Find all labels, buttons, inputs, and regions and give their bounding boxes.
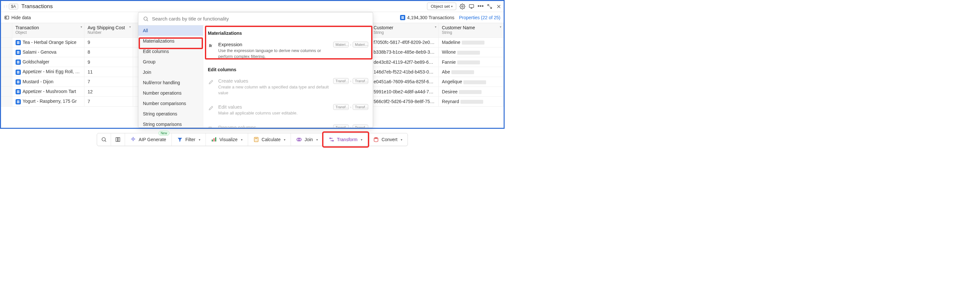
chevron-down-icon[interactable]: ▾ bbox=[500, 25, 501, 29]
chevron-down-icon[interactable]: ▾ bbox=[129, 25, 131, 29]
present-icon[interactable] bbox=[469, 3, 474, 10]
svg-rect-34 bbox=[215, 137, 216, 141]
svg-rect-10 bbox=[17, 52, 19, 53]
cell-customer: e0451a6-7609-495a-825f-6279150 bbox=[370, 77, 438, 86]
book-button[interactable] bbox=[111, 133, 125, 146]
category-item[interactable]: String operations bbox=[138, 109, 203, 119]
search-button[interactable] bbox=[97, 133, 111, 146]
search-input[interactable] bbox=[152, 16, 368, 21]
object-icon bbox=[16, 70, 21, 75]
chevron-down-icon[interactable]: ▾ bbox=[435, 25, 436, 29]
category-item[interactable]: Group bbox=[138, 57, 203, 67]
chevron-down-icon[interactable]: ▾ bbox=[81, 25, 82, 29]
column-header-customer[interactable]: Customer String ▾ bbox=[370, 23, 438, 37]
svg-rect-24 bbox=[17, 101, 19, 101]
transactions-panel: ⋮⋮ $A Transactions Object set ▾ ••• bbox=[0, 0, 504, 129]
rename-icon bbox=[208, 125, 214, 128]
convert-button[interactable]: Convert ▾ bbox=[368, 133, 407, 146]
visualize-button[interactable]: Visualize ▾ bbox=[206, 133, 248, 146]
section-title: Materializations bbox=[208, 30, 368, 36]
svg-rect-18 bbox=[17, 81, 19, 81]
cell-avgship: 7 bbox=[84, 77, 133, 86]
convert-label: Convert bbox=[382, 137, 398, 142]
column-gutter bbox=[1, 23, 12, 37]
object-set-label: Object set bbox=[431, 4, 450, 9]
section-title: Edit columns bbox=[208, 67, 368, 72]
column-header-avgship[interactable]: Avg Shipping Cost Number ▾ bbox=[84, 23, 133, 37]
category-item[interactable]: Number comparisons bbox=[138, 98, 203, 109]
svg-rect-17 bbox=[17, 73, 19, 74]
category-item[interactable]: Join bbox=[138, 67, 203, 77]
cell-transaction: Salami - Genova bbox=[12, 47, 84, 57]
close-icon[interactable] bbox=[496, 3, 502, 10]
row-count-text: 4,194,300 Transactions bbox=[407, 15, 455, 20]
category-item[interactable]: Materializations bbox=[138, 36, 203, 46]
search-icon bbox=[143, 16, 149, 22]
properties-link[interactable]: Properties (22 of 25) bbox=[459, 15, 500, 20]
svg-rect-32 bbox=[212, 139, 213, 141]
chevron-down-icon: ▾ bbox=[316, 138, 318, 141]
svg-rect-13 bbox=[17, 62, 19, 62]
card-title: Expression bbox=[218, 42, 329, 47]
object-icon bbox=[16, 50, 21, 55]
chevron-down-icon: ▾ bbox=[199, 138, 200, 141]
filter-button[interactable]: Filter ▾ bbox=[172, 133, 206, 146]
column-header-transaction[interactable]: Transaction Object ▾ bbox=[12, 23, 84, 37]
tag: Transf… bbox=[353, 78, 368, 84]
cell-customer-name: Madeline bbox=[438, 37, 503, 47]
svg-rect-23 bbox=[17, 93, 19, 93]
header-icon-group: ••• bbox=[460, 3, 502, 10]
object-icon bbox=[16, 59, 21, 65]
svg-rect-21 bbox=[17, 90, 19, 91]
card-desc: Create a new column with a specified dat… bbox=[218, 84, 329, 96]
card-item[interactable]: Create values Create a new column with a… bbox=[208, 75, 368, 101]
category-item[interactable]: All bbox=[138, 26, 203, 36]
row-count: 4,194,300 Transactions bbox=[400, 15, 455, 20]
card-tags: Materi… › Materi… bbox=[333, 42, 368, 48]
svg-point-27 bbox=[144, 17, 148, 21]
redacted-text bbox=[463, 80, 486, 84]
object-set-button[interactable]: Object set ▾ bbox=[427, 3, 456, 10]
transform-button[interactable]: Transform ▾ bbox=[323, 133, 368, 146]
expand-icon[interactable] bbox=[487, 3, 493, 10]
svg-rect-14 bbox=[17, 63, 19, 64]
card-item[interactable]: Edit values Make all applicable columns … bbox=[208, 101, 368, 122]
column-header-customer-name[interactable]: Customer Name String ▾ bbox=[438, 23, 503, 37]
category-item[interactable]: String comparisons bbox=[138, 119, 203, 128]
join-button[interactable]: Join ▾ bbox=[291, 133, 323, 146]
tag: Transf… bbox=[333, 104, 349, 110]
chevron-down-icon: ▾ bbox=[361, 138, 363, 141]
hide-data-button[interactable]: Hide data bbox=[4, 15, 31, 20]
cell-customer-name: Desiree bbox=[438, 86, 503, 96]
category-item[interactable]: Null/error handling bbox=[138, 77, 203, 88]
cell-customer: de43c82-4119-42f7-be89-65b8a3b bbox=[370, 57, 438, 67]
more-icon[interactable]: ••• bbox=[478, 3, 484, 10]
drag-handle-icon[interactable]: ⋮⋮ bbox=[3, 3, 8, 10]
hide-data-label: Hide data bbox=[11, 15, 31, 20]
category-item[interactable]: Number operations bbox=[138, 88, 203, 98]
svg-point-31 bbox=[102, 137, 105, 141]
tag: Transf… bbox=[353, 104, 368, 110]
pencil-icon bbox=[208, 79, 214, 85]
category-item[interactable]: Edit columns bbox=[138, 46, 203, 57]
chevron-down-icon: ▾ bbox=[241, 138, 243, 141]
gear-icon[interactable] bbox=[460, 3, 465, 10]
svg-rect-4 bbox=[401, 17, 404, 18]
tag: Transf… bbox=[333, 125, 349, 128]
svg-point-42 bbox=[257, 141, 258, 141]
aip-generate-button[interactable]: AIP Generate New bbox=[125, 133, 172, 146]
aip-label: AIP Generate bbox=[138, 137, 166, 142]
redacted-text bbox=[457, 51, 480, 54]
card-item[interactable]: Rename columns Rename a group of columns… bbox=[208, 122, 368, 128]
card-item[interactable]: fx Expression Use the expression languag… bbox=[208, 39, 368, 65]
calculate-button[interactable]: Calculate ▾ bbox=[248, 133, 291, 146]
variable-badge[interactable]: $A bbox=[9, 3, 18, 10]
cell-customer: f7050fc-5817-4f0f-8209-2e041a02 bbox=[370, 37, 438, 47]
panel-title: Transactions bbox=[21, 3, 53, 10]
svg-point-37 bbox=[255, 139, 256, 140]
transform-label: Transform bbox=[337, 137, 358, 142]
cell-transaction: Appetizer - Mini Egg Roll, Shrim bbox=[12, 67, 84, 77]
svg-rect-29 bbox=[209, 127, 212, 128]
redacted-text bbox=[459, 90, 482, 94]
fx-icon: fx bbox=[208, 42, 214, 49]
